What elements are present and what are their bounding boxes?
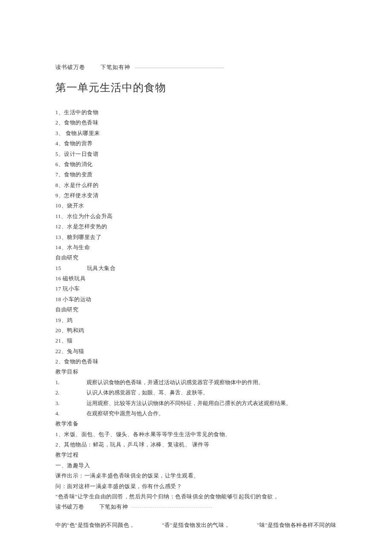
toc-item: 14、水与生命 bbox=[55, 242, 337, 253]
toc-item: 1、生活中的食物 bbox=[55, 107, 337, 118]
toc-item: 18 小车的运动 bbox=[55, 294, 337, 305]
document-page: 读书破万卷 下笔如有神 第一单元生活中的食物 1、生活中的食物 2、食物的色香味… bbox=[0, 0, 392, 555]
toc-item: 2、食物的色香味 bbox=[55, 357, 337, 367]
prep-item: 1、米饭、面包、包子、馒头、各种水果等等学生生活中常见的食物、 bbox=[55, 429, 337, 440]
toc-item: 2、食物的色香味 bbox=[55, 118, 337, 128]
process-line: "色香味"让学生自由的回答，然后共同个归纳：色香味俱全的食物能够引起我们的食欲， bbox=[55, 492, 337, 502]
toc-item: 19、鸡 bbox=[55, 315, 337, 325]
process-line: 问：面对这样一满桌丰盛的饭菜，你有什么感受？ bbox=[55, 481, 337, 492]
process-subheading: 一、激趣导入 bbox=[55, 460, 337, 471]
toc-item-text: 玩具大集合 bbox=[87, 265, 116, 271]
objective-text: 观察认识食物的色香味，并通过活动认识感觉器官子观察物体中的作用。 bbox=[86, 380, 264, 385]
process-line: 课件出示：一满桌丰盛色香味俱全的饭菜，让学生观看。 bbox=[55, 471, 337, 481]
header-underline bbox=[135, 68, 224, 68]
footer-part2: 下笔如有神 bbox=[99, 504, 128, 510]
header-part1: 读书破万卷 bbox=[55, 64, 85, 70]
toc-item: 20、鸭和鸡 bbox=[55, 325, 337, 336]
tail-seg2: "香"是指食物发出的气味， bbox=[162, 520, 230, 530]
objective-number: 1. bbox=[55, 377, 85, 388]
objective-item: 4. 在观察研究中愿意与他人合作。 bbox=[55, 408, 337, 419]
toc-item: 自由研究 bbox=[55, 253, 337, 263]
footer-dash-underline bbox=[131, 507, 212, 508]
objective-item: 3. 运用观察、比较等方法认识物体的不同特征，并能用自己擅长的方式表述观察结果。 bbox=[55, 398, 337, 408]
toc-list: 1、生活中的食物 2、食物的色香味 3、 食物从哪里来 4、食物的营养 5、设计… bbox=[55, 107, 337, 367]
toc-item: 8、水是什么样的 bbox=[55, 180, 337, 190]
toc-item: 12、水是怎样变热的 bbox=[55, 221, 337, 232]
toc-item: 13、糖到哪里去了 bbox=[55, 232, 337, 242]
objective-number: 2. bbox=[55, 388, 85, 398]
tail-line: 中的"色"是指食物的不同颜色， "香"是指食物发出的气味， "味"是指食物各种各… bbox=[55, 520, 337, 530]
prep-heading: 教学准备 bbox=[55, 419, 337, 429]
process-heading: 教学过程 bbox=[55, 450, 337, 460]
objective-item: 1. 观察认识食物的色香味，并通过活动认识感觉器官子观察物体中的作用。 bbox=[55, 377, 337, 388]
header-part2: 下笔如有神 bbox=[101, 64, 130, 70]
toc-item: 21、猫 bbox=[55, 336, 337, 346]
objective-text: 运用观察、比较等方法认识物体的不同特征，并能用自己擅长的方式表述观察结果。 bbox=[86, 400, 291, 406]
toc-item: 17 玩小车 bbox=[55, 284, 337, 294]
page-header: 读书破万卷 下笔如有神 bbox=[55, 64, 337, 71]
tail-seg1: 中的"色"是指食物的不同颜色， bbox=[55, 520, 135, 530]
objective-text: 在观察研究中愿意与他人合作。 bbox=[86, 411, 164, 417]
toc-item: 9、怎样使水变清 bbox=[55, 190, 337, 201]
toc-item: 6、食物的消化 bbox=[55, 159, 337, 170]
objective-item: 2. 认识人体的感觉器官，如眼、耳、鼻舌、皮肤等。 bbox=[55, 388, 337, 398]
page-footer: 读书破万卷 下笔如有神 bbox=[55, 502, 337, 512]
toc-item: 4、食物的营养 bbox=[55, 138, 337, 149]
objective-number: 3. bbox=[55, 398, 85, 408]
objective-number: 4. bbox=[55, 408, 85, 419]
toc-item: 22、兔与猫 bbox=[55, 346, 337, 357]
toc-item: 15 玩具大集合 bbox=[55, 263, 337, 273]
toc-item: 自由研究 bbox=[55, 305, 337, 315]
footer-part1: 读书破万卷 bbox=[55, 504, 84, 510]
objectives-heading: 教学目标 bbox=[55, 367, 337, 377]
toc-item: 5、设计一日食谱 bbox=[55, 149, 337, 159]
prep-item: 2、其他物品：鲜花，玩具，乒乓球，冰棒、复读机、 课件等 bbox=[55, 440, 337, 450]
tail-seg3: "味"是指食物各种各样不同的味 bbox=[257, 520, 337, 530]
toc-item-number: 15 bbox=[55, 263, 85, 273]
toc-item: 7、食物的变质 bbox=[55, 170, 337, 180]
toc-item: 11、水位为什么会升高 bbox=[55, 211, 337, 221]
objective-text: 认识人体的感觉器官，如眼、耳、鼻舌、皮肤等。 bbox=[86, 390, 208, 396]
unit-title: 第一单元生活中的食物 bbox=[55, 81, 337, 95]
toc-item: 16 磁铁玩具 bbox=[55, 273, 337, 284]
toc-item: 3、 食物从哪里来 bbox=[55, 128, 337, 138]
toc-item: 10、烧开水 bbox=[55, 201, 337, 211]
